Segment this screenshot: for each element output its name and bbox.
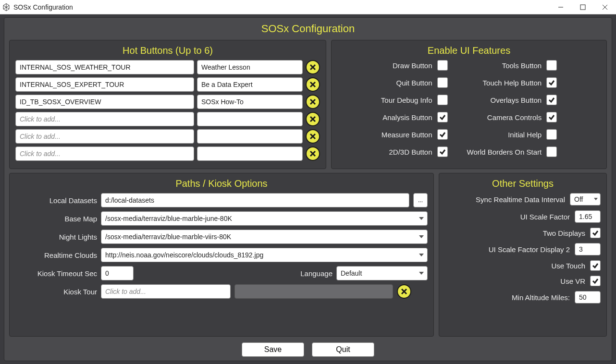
hot-buttons-title: Hot Buttons (Up to 6)	[15, 45, 320, 56]
feature-checkbox-left-5[interactable]	[437, 146, 448, 157]
min-altitude-label: Min Altitude Miles:	[512, 293, 570, 302]
quit-button[interactable]: Quit	[312, 342, 374, 357]
hot-button-id-0[interactable]	[15, 60, 194, 74]
local-datasets-input[interactable]	[101, 193, 409, 207]
kiosk-tour-label: Kiosk Tour	[15, 288, 97, 296]
kiosk-tour-input[interactable]	[101, 284, 231, 299]
two-displays-checkbox[interactable]	[590, 228, 601, 238]
kiosk-tour-display	[234, 284, 393, 299]
hot-button-delete-2[interactable]	[306, 95, 320, 109]
use-touch-checkbox[interactable]	[590, 260, 601, 271]
realtime-clouds-label: Realtime Clouds	[15, 251, 97, 259]
hot-button-id-4[interactable]	[15, 129, 194, 144]
feature-checkbox-right-2[interactable]	[546, 95, 557, 105]
feature-checkbox-right-5[interactable]	[546, 146, 557, 157]
feature-checkbox-right-4[interactable]	[546, 129, 557, 140]
feature-label-right-5: World Borders On Start	[467, 148, 542, 156]
feature-label-left-0: Draw Button	[393, 61, 432, 70]
feature-checkbox-right-1[interactable]	[546, 77, 557, 88]
sync-interval-select[interactable]: Off	[570, 193, 601, 206]
maximize-button[interactable]	[572, 0, 594, 14]
other-settings-title: Other Settings	[445, 178, 601, 189]
language-select[interactable]: Default	[336, 266, 428, 280]
feature-label-right-3: Camera Controls	[487, 113, 542, 121]
hot-button-delete-4[interactable]	[306, 129, 320, 144]
feature-checkbox-right-3[interactable]	[546, 112, 557, 122]
feature-label-left-4: Measure Button	[382, 131, 432, 139]
feature-label-left-1: Quit Button	[396, 79, 432, 87]
hot-button-label-1[interactable]	[197, 77, 303, 92]
hot-button-id-2[interactable]	[15, 95, 194, 109]
kiosk-timeout-label: Kiosk Timeout Sec	[15, 269, 97, 278]
base-map-select[interactable]: /sosx-media/terraviz/blue-marble-june-80…	[101, 211, 428, 226]
kiosk-tour-delete-button[interactable]	[397, 284, 411, 299]
feature-label-left-3: Analysis Button	[382, 113, 432, 121]
feature-label-right-4: Initial Help	[508, 131, 542, 139]
ui-features-title: Enable UI Features	[337, 45, 601, 56]
min-altitude-input[interactable]	[575, 291, 601, 303]
hot-button-delete-5[interactable]	[306, 146, 320, 161]
titlebar: SOSx Configuration	[0, 0, 616, 14]
use-vr-checkbox[interactable]	[590, 276, 601, 286]
ui-scale-d2-label: UI Scale Factor Display 2	[489, 245, 570, 254]
svg-rect-1	[580, 5, 585, 10]
feature-label-left-5: 2D/3D Button	[389, 148, 432, 156]
paths-panel: Paths / Kiosk Options Local Datasets ...…	[9, 173, 434, 337]
local-datasets-label: Local Datasets	[15, 196, 97, 205]
use-vr-label: Use VR	[560, 277, 585, 285]
realtime-clouds-select[interactable]: http://neis.noaa.gov/neiscore/clouds/clo…	[101, 248, 428, 262]
feature-label-right-0: Tools Button	[502, 61, 542, 70]
hot-button-id-5[interactable]	[15, 146, 194, 161]
kiosk-timeout-input[interactable]	[101, 266, 134, 280]
base-map-label: Base Map	[15, 215, 97, 223]
feature-checkbox-left-1[interactable]	[437, 77, 448, 88]
hot-button-label-3[interactable]	[197, 112, 303, 126]
language-label: Language	[300, 269, 333, 278]
hot-button-label-0[interactable]	[197, 60, 303, 74]
other-settings-panel: Other Settings Sync Realtime Data Interv…	[439, 173, 607, 337]
hot-buttons-panel: Hot Buttons (Up to 6)	[9, 40, 326, 169]
feature-label-right-2: Overlays Button	[490, 96, 542, 104]
browse-button[interactable]: ...	[413, 193, 428, 207]
unity-logo-icon	[2, 3, 11, 12]
window-title: SOSx Configuration	[13, 3, 550, 11]
close-button[interactable]	[594, 0, 616, 14]
feature-checkbox-right-0[interactable]	[546, 60, 557, 71]
hot-button-label-4[interactable]	[197, 129, 303, 144]
night-lights-label: Night Lights	[15, 233, 97, 241]
hot-button-delete-3[interactable]	[306, 112, 320, 126]
ui-scale-d2-input[interactable]	[575, 243, 601, 255]
two-displays-label: Two Displays	[543, 229, 585, 237]
hot-button-delete-0[interactable]	[306, 60, 320, 74]
feature-checkbox-left-4[interactable]	[437, 129, 448, 140]
feature-checkbox-left-3[interactable]	[437, 112, 448, 122]
hot-button-id-1[interactable]	[15, 77, 194, 92]
hot-button-delete-1[interactable]	[306, 77, 320, 92]
ui-scale-label: UI Scale Factor	[520, 213, 570, 221]
feature-label-left-2: Tour Debug Info	[381, 96, 432, 104]
hot-button-label-2[interactable]	[197, 95, 303, 109]
paths-title: Paths / Kiosk Options	[15, 178, 428, 189]
hot-button-label-5[interactable]	[197, 146, 303, 161]
ui-features-panel: Enable UI Features Draw Button Quit Butt…	[331, 40, 607, 169]
use-touch-label: Use Touch	[551, 262, 585, 270]
feature-checkbox-left-0[interactable]	[437, 60, 448, 71]
sync-interval-label: Sync Realtime Data Interval	[476, 195, 565, 204]
hot-button-id-3[interactable]	[15, 112, 194, 126]
minimize-button[interactable]	[550, 0, 572, 14]
save-button[interactable]: Save	[242, 342, 304, 357]
feature-label-right-1: Touch Help Button	[483, 79, 542, 87]
night-lights-select[interactable]: /sosx-media/terraviz/blue-marble-viirs-8…	[101, 230, 428, 244]
ui-scale-input[interactable]	[575, 210, 601, 223]
feature-checkbox-left-2[interactable]	[437, 95, 448, 105]
app-title: SOSx Configuration	[9, 22, 607, 36]
